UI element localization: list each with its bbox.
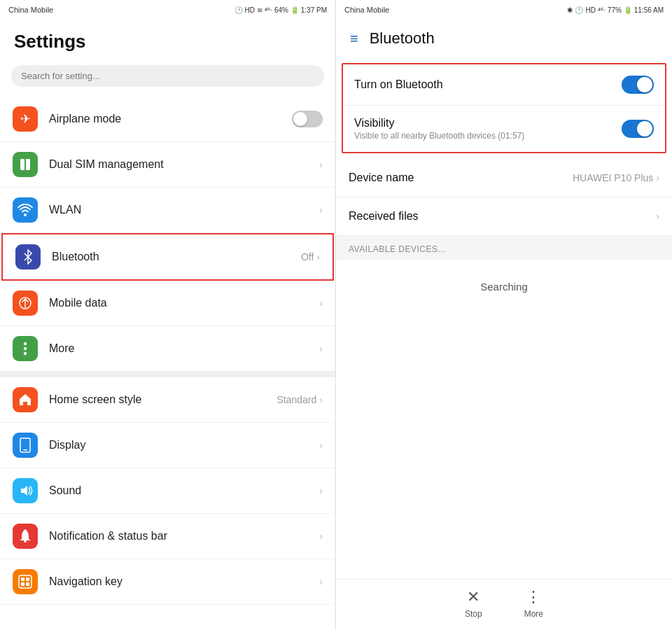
left-status-bar: China Mobile 🕐 HD ≋ ⁴⁶ᐧ 64% 🔋 1:37 PM	[0, 0, 335, 20]
svg-rect-7	[23, 449, 27, 451]
more-button[interactable]: ⋮ More	[524, 588, 543, 619]
settings-item-more[interactable]: More ›	[0, 326, 335, 372]
nav-key-label: Navigation key	[49, 575, 319, 588]
left-status-icons: 🕐 HD ≋ ⁴⁶ᐧ 64% 🔋 1:37 PM	[234, 6, 328, 14]
settings-item-nav-key[interactable]: Navigation key ›	[0, 559, 335, 605]
more-label: More	[49, 342, 319, 355]
clock-icon-r: 🕐	[575, 6, 583, 14]
bluetooth-icon	[15, 244, 41, 270]
home-screen-value: Standard	[277, 394, 317, 405]
turn-on-label: Turn on Bluetooth	[354, 78, 622, 91]
visibility-row[interactable]: Visibility Visible to all nearby Bluetoo…	[343, 106, 665, 152]
right-status-bar: China Mobile ✱ 🕐 HD ⁴⁶ᐧ 77% 🔋 11:56 AM	[336, 0, 672, 20]
airplane-icon: ✈	[13, 106, 38, 132]
visibility-label-wrapper: Visibility Visible to all nearby Bluetoo…	[354, 117, 622, 141]
stop-label: Stop	[465, 609, 482, 619]
bluetooth-toggle-section: Turn on Bluetooth Visibility Visible to …	[342, 63, 666, 153]
airplane-label: Airplane mode	[49, 113, 292, 125]
clock-icon: 🕐	[234, 6, 243, 14]
notification-chevron: ›	[319, 531, 323, 542]
display-label: Display	[49, 439, 319, 451]
searching-text: Searching	[480, 281, 528, 293]
svg-rect-10	[26, 578, 29, 581]
available-devices-text: AVAILABLE DEVICES...	[349, 244, 446, 254]
wlan-chevron: ›	[319, 204, 323, 216]
wifi-icon: ≋	[257, 6, 262, 14]
searching-row: Searching	[336, 260, 672, 314]
settings-list: ✈ Airplane mode Dual SIM management ›	[0, 97, 335, 630]
device-name-row[interactable]: Device name HUAWEI P10 Plus ›	[336, 159, 672, 197]
svg-point-5	[24, 352, 27, 355]
bluetooth-label: Bluetooth	[52, 251, 301, 263]
settings-item-dual-sim[interactable]: Dual SIM management ›	[0, 142, 335, 188]
bt-status-icon: ✱	[567, 6, 573, 14]
home-screen-icon	[13, 387, 38, 412]
dual-sim-chevron: ›	[319, 159, 323, 170]
hd-icon: HD	[245, 6, 255, 14]
settings-item-bluetooth[interactable]: Bluetooth Off ›	[1, 233, 334, 281]
settings-panel: China Mobile 🕐 HD ≋ ⁴⁶ᐧ 64% 🔋 1:37 PM Se…	[0, 0, 336, 630]
signal-icon: ⁴⁶ᐧ	[265, 6, 272, 14]
visibility-sub: Visible to all nearby Bluetooth devices …	[354, 131, 622, 141]
mobile-data-icon	[13, 290, 38, 316]
dual-sim-label: Dual SIM management	[49, 158, 319, 171]
search-input[interactable]	[11, 65, 324, 87]
time-r: 11:56 AM	[634, 6, 664, 14]
sound-label: Sound	[49, 484, 319, 497]
more-dots-icon: ⋮	[526, 588, 541, 606]
time: 1:37 PM	[301, 6, 327, 14]
wlan-label: WLAN	[49, 204, 319, 216]
mobile-data-label: Mobile data	[49, 297, 319, 309]
device-name-chevron: ›	[656, 172, 659, 183]
received-files-row[interactable]: Received files ›	[336, 197, 672, 236]
separator-1	[0, 372, 335, 377]
svg-rect-12	[26, 582, 29, 586]
settings-item-mobile-data[interactable]: Mobile data ›	[0, 281, 335, 326]
wlan-icon	[13, 197, 38, 223]
more-chevron: ›	[319, 343, 323, 354]
svg-rect-0	[20, 159, 24, 170]
turn-on-toggle[interactable]	[622, 76, 654, 94]
device-name-label: Device name	[349, 172, 573, 184]
settings-item-sound[interactable]: Sound ›	[0, 468, 335, 514]
bluetooth-chevron: ›	[316, 251, 320, 262]
nav-key-chevron: ›	[319, 576, 323, 587]
settings-item-airplane[interactable]: ✈ Airplane mode	[0, 97, 335, 142]
bluetooth-value: Off	[301, 251, 314, 262]
display-chevron: ›	[319, 440, 323, 451]
bluetooth-panel: China Mobile ✱ 🕐 HD ⁴⁶ᐧ 77% 🔋 11:56 AM ≡…	[336, 0, 672, 630]
right-status-icons: ✱ 🕐 HD ⁴⁶ᐧ 77% 🔋 11:56 AM	[567, 6, 664, 14]
visibility-label: Visibility	[354, 117, 622, 130]
settings-item-display[interactable]: Display ›	[0, 423, 335, 468]
bluetooth-header: ≡ Bluetooth	[336, 20, 672, 57]
signal-icon-r: ⁴⁶ᐧ	[598, 6, 606, 14]
sound-chevron: ›	[319, 485, 323, 496]
settings-title: Settings	[0, 20, 335, 59]
hamburger-icon[interactable]: ≡	[350, 31, 358, 47]
received-files-chevron: ›	[656, 211, 659, 222]
settings-item-home-screen[interactable]: Home screen style Standard ›	[0, 377, 335, 423]
settings-item-wlan[interactable]: WLAN ›	[0, 188, 335, 233]
stop-button[interactable]: ✕ Stop	[465, 588, 482, 619]
svg-rect-1	[26, 159, 30, 170]
bluetooth-title: Bluetooth	[370, 29, 435, 48]
more-label: More	[524, 609, 543, 619]
notification-label: Notification & status bar	[49, 530, 319, 542]
settings-item-notification[interactable]: Notification & status bar ›	[0, 514, 335, 559]
received-files-label: Received files	[349, 210, 656, 223]
nav-key-icon	[13, 569, 38, 594]
airplane-toggle[interactable]	[292, 111, 323, 127]
svg-rect-8	[19, 575, 31, 588]
visibility-toggle[interactable]	[622, 120, 654, 138]
stop-icon: ✕	[467, 588, 479, 606]
battery-icon-r: 77% 🔋	[608, 6, 632, 14]
available-devices-header: AVAILABLE DEVICES...	[336, 236, 672, 260]
display-icon	[13, 433, 38, 458]
search-bar	[0, 59, 335, 97]
svg-point-3	[24, 342, 27, 345]
bluetooth-bottom-bar: ✕ Stop ⋮ More	[336, 579, 672, 630]
svg-rect-11	[21, 582, 24, 586]
home-screen-chevron: ›	[319, 394, 323, 405]
turn-on-bluetooth-row[interactable]: Turn on Bluetooth	[343, 64, 665, 106]
bluetooth-content: Turn on Bluetooth Visibility Visible to …	[336, 57, 672, 579]
